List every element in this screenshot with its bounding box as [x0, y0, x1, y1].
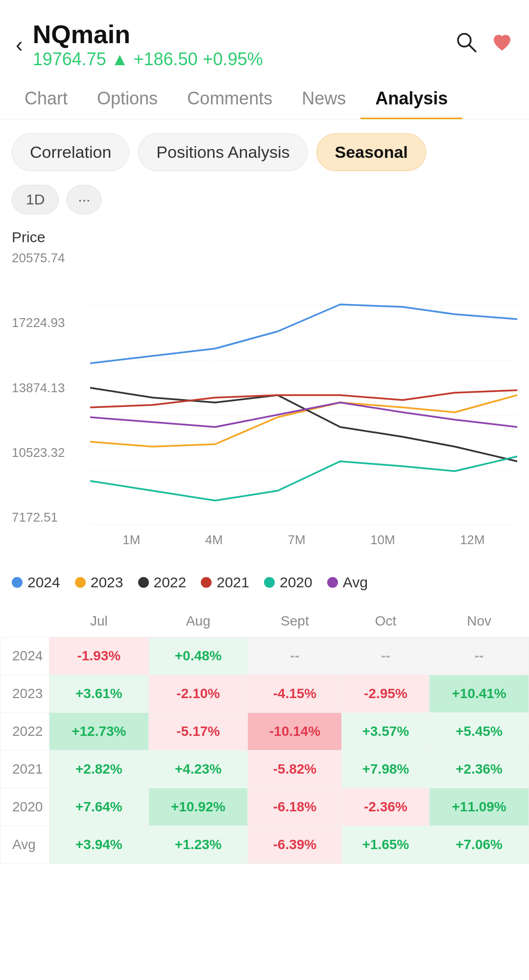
tab-analysis[interactable]: Analysis [361, 79, 462, 119]
time-btn-more[interactable]: ··· [67, 185, 101, 214]
table-cell: +3.61% [49, 675, 149, 713]
legend-dot-2020 [264, 577, 275, 588]
table-cell: +10.92% [148, 788, 248, 826]
table-cell-year: 2023 [0, 675, 49, 713]
header-left: ‹ NQmain 19764.75 ▲ +186.50 +0.95% [16, 20, 263, 70]
table-cell: +10.41% [430, 675, 529, 713]
y-label-1: 20575.74 [12, 251, 65, 266]
legend-label-2024: 2024 [27, 574, 60, 591]
table-cell-year: 2020 [0, 788, 49, 826]
y-label-2: 17224.93 [12, 315, 65, 330]
table-cell: -5.82% [248, 751, 342, 788]
price-value: 19764.75 [33, 49, 106, 69]
heart-icon[interactable] [491, 31, 513, 58]
table-cell: +0.48% [148, 637, 248, 675]
x-label-1: 1M [122, 532, 140, 548]
legend-dot-2024 [12, 577, 23, 588]
title-block: NQmain 19764.75 ▲ +186.50 +0.95% [33, 20, 263, 70]
y-label-4: 10523.32 [12, 445, 65, 460]
time-selector: 1D ··· [0, 185, 529, 224]
table-cell-year: 2022 [0, 713, 49, 751]
sub-tab-correlation[interactable]: Correlation [12, 133, 129, 171]
back-button[interactable]: ‹ [16, 32, 23, 57]
sub-tab-seasonal[interactable]: Seasonal [316, 133, 426, 171]
table-cell-year: Avg [0, 826, 49, 864]
header-icons [456, 31, 513, 58]
chart-svg [90, 251, 517, 525]
table-cell: -- [342, 637, 430, 675]
table-cell: -2.36% [342, 788, 430, 826]
price-change: +186.50 [133, 49, 197, 69]
tab-chart[interactable]: Chart [10, 79, 82, 119]
legend-avg: Avg [327, 574, 368, 591]
table-cell: -2.95% [342, 675, 430, 713]
y-axis: 20575.74 17224.93 13874.13 10523.32 7172… [12, 251, 90, 525]
legend-dot-2023 [75, 577, 86, 588]
table-cell: -5.17% [148, 713, 248, 751]
table-row: 2020+7.64%+10.92%-6.18%-2.36%+11.09% [0, 788, 529, 826]
ticker-name: NQmain [33, 20, 263, 49]
ticker-price: 19764.75 ▲ +186.50 +0.95% [33, 49, 263, 70]
table-cell: -6.39% [248, 826, 342, 864]
x-label-3: 7M [288, 532, 305, 548]
legend-dot-avg [327, 577, 338, 588]
legend-label-2021: 2021 [216, 574, 249, 591]
svg-line-1 [469, 45, 476, 51]
legend-label-2020: 2020 [280, 574, 313, 591]
table-cell: +1.23% [148, 826, 248, 864]
legend: 2024 2023 2022 2021 2020 Avg [0, 564, 529, 601]
y-label-5: 7172.51 [12, 510, 58, 525]
table-row: 2023+3.61%-2.10%-4.15%-2.95%+10.41% [0, 675, 529, 713]
table-cell: -6.18% [248, 788, 342, 826]
table-cell: -- [430, 637, 529, 675]
col-header-aug: Aug [148, 605, 248, 637]
sub-tab-bar: Correlation Positions Analysis Seasonal [0, 120, 529, 185]
table-cell: +7.98% [342, 751, 430, 788]
legend-2024: 2024 [12, 574, 60, 591]
x-axis: 1M 4M 7M 10M 12M [90, 525, 517, 554]
table-cell: -- [248, 637, 342, 675]
sub-tab-positions[interactable]: Positions Analysis [138, 133, 308, 171]
legend-label-2023: 2023 [91, 574, 123, 591]
legend-2021: 2021 [201, 574, 249, 591]
legend-2020: 2020 [264, 574, 313, 591]
y-label-3: 13874.13 [12, 380, 65, 396]
table-cell: +1.65% [342, 826, 430, 864]
tab-options[interactable]: Options [82, 79, 172, 119]
table-row: Avg+3.94%+1.23%-6.39%+1.65%+7.06% [0, 826, 529, 864]
chart-area: 20575.74 17224.93 13874.13 10523.32 7172… [12, 251, 517, 554]
col-header-year [0, 605, 49, 637]
col-header-nov: Nov [430, 605, 529, 637]
col-header-sept: Sept [248, 605, 342, 637]
table-cell-year: 2021 [0, 751, 49, 788]
table-row: 2021+2.82%+4.23%-5.82%+7.98%+2.36% [0, 751, 529, 788]
table-cell: +2.36% [430, 751, 529, 788]
legend-dot-2022 [138, 577, 149, 588]
table-section: Jul Aug Sept Oct Nov 2024-1.93%+0.48%---… [0, 601, 529, 869]
header: ‹ NQmain 19764.75 ▲ +186.50 +0.95% [0, 0, 529, 79]
table-cell: -1.93% [49, 637, 149, 675]
table-cell: +3.94% [49, 826, 149, 864]
tab-comments[interactable]: Comments [172, 79, 287, 119]
x-label-2: 4M [205, 532, 223, 548]
table-cell: -10.14% [248, 713, 342, 751]
table-header-row: Jul Aug Sept Oct Nov [0, 605, 529, 637]
table-cell: +5.45% [430, 713, 529, 751]
time-btn-1d[interactable]: 1D [12, 185, 59, 214]
search-icon[interactable] [456, 31, 477, 58]
tab-news[interactable]: News [287, 79, 361, 119]
legend-dot-2021 [201, 577, 212, 588]
seasonal-table: Jul Aug Sept Oct Nov 2024-1.93%+0.48%---… [0, 605, 529, 864]
table-row: 2024-1.93%+0.48%------ [0, 637, 529, 675]
price-pct: +0.95% [203, 49, 263, 69]
legend-2022: 2022 [138, 574, 187, 591]
table-cell: +2.82% [49, 751, 149, 788]
table-cell: -2.10% [148, 675, 248, 713]
chart-container: Price 20575.74 17224.93 13874.13 10523.3… [0, 224, 529, 564]
legend-2023: 2023 [75, 574, 123, 591]
table-cell-year: 2024 [0, 637, 49, 675]
table-row: 2022+12.73%-5.17%-10.14%+3.57%+5.45% [0, 713, 529, 751]
price-arrow: ▲ [111, 49, 129, 69]
table-cell: -4.15% [248, 675, 342, 713]
table-cell: +12.73% [49, 713, 149, 751]
